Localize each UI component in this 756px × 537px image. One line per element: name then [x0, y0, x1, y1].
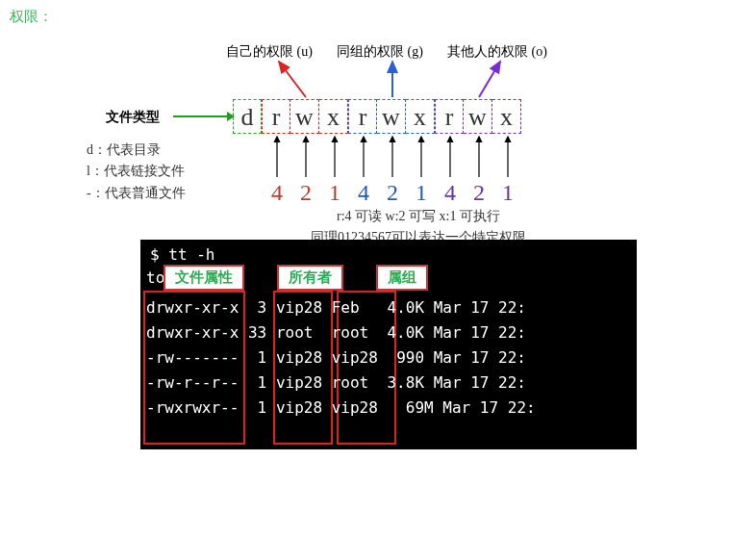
legend-l: l：代表链接文件 — [87, 161, 186, 182]
perm-char-g-x: x — [406, 99, 435, 134]
svg-line-2 — [479, 62, 500, 97]
ls-rows: drwxr-xr-x 3 vip28 Feb 4.0K Mar 17 22: d… — [146, 295, 536, 421]
num-2c: 2 — [465, 180, 493, 206]
column-label-perm: 文件属性 — [164, 265, 244, 291]
perm-char-o-r: r — [435, 99, 464, 134]
caption-line1: r:4 可读 w:2 可写 x:1 可执行 — [212, 206, 625, 227]
num-1c: 1 — [493, 180, 522, 206]
num-2b: 2 — [378, 180, 407, 206]
column-label-owner: 所有者 — [277, 265, 343, 291]
num-4c: 4 — [436, 180, 465, 206]
table-row: drwxr-xr-x 33 root root 4.0K Mar 17 22: — [146, 320, 536, 345]
table-row: drwxr-xr-x 3 vip28 Feb 4.0K Mar 17 22: — [146, 295, 536, 320]
svg-line-0 — [279, 62, 306, 97]
table-row: -rw-r--r-- 1 vip28 root 3.8K Mar 17 22: — [146, 371, 536, 396]
num-4a: 4 — [263, 180, 291, 206]
permission-diagram: 自己的权限 (u) 同组的权限 (g) 其他人的权限 (o) 文件类型 — [135, 38, 635, 240]
perm-char-u-r: r — [262, 99, 290, 134]
numeric-values: 4 2 1 4 2 1 4 2 1 — [263, 180, 522, 206]
perm-char-d: d — [233, 99, 262, 134]
table-row: -rw------- 1 vip28 vip28 990 Mar 17 22: — [146, 345, 536, 371]
prompt-line: $ tt -h — [150, 245, 214, 264]
arrow-green — [173, 115, 233, 117]
legend-d: d：代表目录 — [87, 140, 186, 161]
legend-dash: -：代表普通文件 — [87, 183, 186, 204]
perm-char-o-x: x — [492, 99, 521, 134]
section-title: 权限： — [10, 8, 746, 26]
permission-boxes: d r w x r w x r w x — [233, 99, 521, 134]
num-4b: 4 — [349, 180, 378, 206]
terminal-output: $ tt -h to 文件属性 所有者 属组 drwxr-xr-x 3 vip2… — [140, 240, 637, 449]
num-2a: 2 — [291, 180, 320, 206]
perm-char-u-w: w — [290, 99, 319, 134]
column-label-group: 属组 — [376, 265, 428, 291]
perm-char-o-w: w — [464, 99, 492, 134]
perm-char-g-r: r — [348, 99, 377, 134]
perm-char-g-w: w — [377, 99, 406, 134]
filetype-legend: d：代表目录 l：代表链接文件 -：代表普通文件 — [87, 140, 186, 204]
table-row: -rwxrwxr-- 1 vip28 vip28 69M Mar 17 22: — [146, 396, 536, 421]
num-1b: 1 — [407, 180, 436, 206]
perm-char-u-x: x — [319, 99, 348, 134]
num-1a: 1 — [320, 180, 349, 206]
